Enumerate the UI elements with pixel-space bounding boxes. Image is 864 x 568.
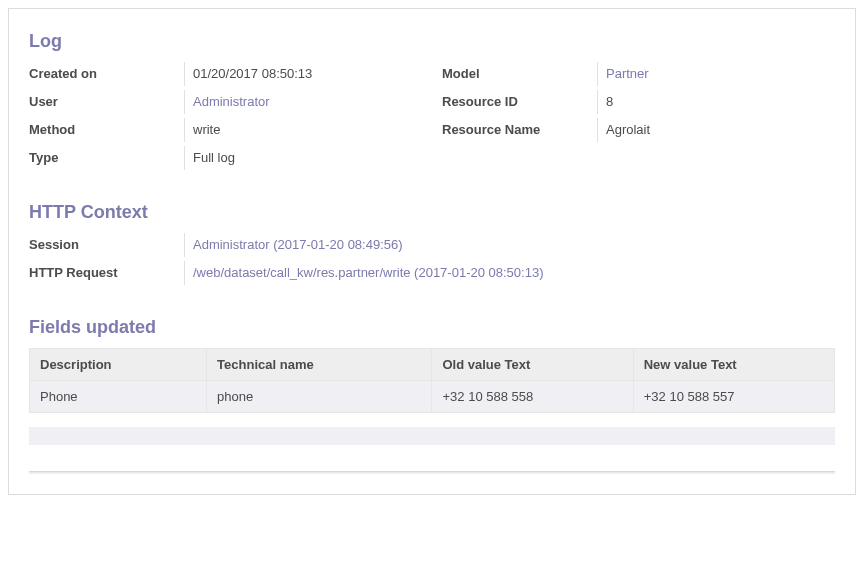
value-created-on: 01/20/2017 08:50:13 bbox=[184, 62, 422, 86]
user-link[interactable]: Administrator bbox=[193, 94, 270, 109]
section-fields-title: Fields updated bbox=[29, 317, 835, 338]
label-created-on: Created on bbox=[29, 62, 184, 85]
value-model: Partner bbox=[597, 62, 835, 86]
row-type: Type Full log bbox=[29, 146, 422, 174]
separator bbox=[29, 471, 835, 474]
row-model: Model Partner bbox=[442, 62, 835, 90]
label-method: Method bbox=[29, 118, 184, 141]
row-created-on: Created on 01/20/2017 08:50:13 bbox=[29, 62, 422, 90]
cell-technical: phone bbox=[207, 381, 432, 413]
value-session: Administrator (2017-01-20 08:49:56) bbox=[184, 233, 835, 257]
cell-description: Phone bbox=[30, 381, 207, 413]
row-user: User Administrator bbox=[29, 90, 422, 118]
col-technical[interactable]: Technical name bbox=[207, 349, 432, 381]
col-old[interactable]: Old value Text bbox=[432, 349, 633, 381]
model-link[interactable]: Partner bbox=[606, 66, 649, 81]
section-log-title: Log bbox=[29, 31, 835, 52]
label-request: HTTP Request bbox=[29, 261, 184, 284]
col-new[interactable]: New value Text bbox=[633, 349, 834, 381]
form-sheet: Log Created on 01/20/2017 08:50:13 User … bbox=[8, 8, 856, 495]
table-row[interactable]: Phone phone +32 10 588 558 +32 10 588 55… bbox=[30, 381, 835, 413]
label-session: Session bbox=[29, 233, 184, 256]
value-type: Full log bbox=[184, 146, 422, 170]
fields-header-row: Description Technical name Old value Tex… bbox=[30, 349, 835, 381]
label-type: Type bbox=[29, 146, 184, 169]
log-col-left: Created on 01/20/2017 08:50:13 User Admi… bbox=[29, 62, 422, 174]
request-link[interactable]: /web/dataset/call_kw/res.partner/write (… bbox=[193, 265, 543, 280]
value-user: Administrator bbox=[184, 90, 422, 114]
label-model: Model bbox=[442, 62, 597, 85]
fields-table: Description Technical name Old value Tex… bbox=[29, 348, 835, 413]
section-http-title: HTTP Context bbox=[29, 202, 835, 223]
http-group: Session Administrator (2017-01-20 08:49:… bbox=[29, 233, 835, 289]
log-columns: Created on 01/20/2017 08:50:13 User Admi… bbox=[29, 62, 835, 174]
log-col-right: Model Partner Resource ID 8 Resource Nam… bbox=[442, 62, 835, 174]
value-request: /web/dataset/call_kw/res.partner/write (… bbox=[184, 261, 835, 285]
row-resource-name: Resource Name Agrolait bbox=[442, 118, 835, 146]
value-resource-id: 8 bbox=[597, 90, 835, 114]
row-method: Method write bbox=[29, 118, 422, 146]
label-resource-name: Resource Name bbox=[442, 118, 597, 141]
row-session: Session Administrator (2017-01-20 08:49:… bbox=[29, 233, 835, 261]
value-resource-name: Agrolait bbox=[597, 118, 835, 142]
cell-old: +32 10 588 558 bbox=[432, 381, 633, 413]
cell-new: +32 10 588 557 bbox=[633, 381, 834, 413]
row-request: HTTP Request /web/dataset/call_kw/res.pa… bbox=[29, 261, 835, 289]
label-resource-id: Resource ID bbox=[442, 90, 597, 113]
col-description[interactable]: Description bbox=[30, 349, 207, 381]
label-user: User bbox=[29, 90, 184, 113]
one2many-empty-bar bbox=[29, 427, 835, 445]
session-link[interactable]: Administrator (2017-01-20 08:49:56) bbox=[193, 237, 403, 252]
row-resource-id: Resource ID 8 bbox=[442, 90, 835, 118]
value-method: write bbox=[184, 118, 422, 142]
